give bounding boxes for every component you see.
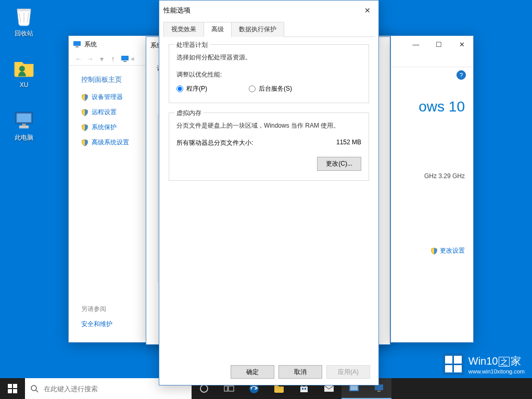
radio-background-input[interactable] bbox=[249, 85, 256, 92]
svg-point-15 bbox=[200, 385, 208, 392]
svg-rect-3 bbox=[19, 126, 29, 129]
svg-point-13 bbox=[31, 385, 36, 391]
maximize-button[interactable]: ☐ bbox=[427, 36, 450, 52]
see-also-label: 另请参阅 bbox=[81, 305, 112, 314]
change-settings-link[interactable]: 更改设置 bbox=[430, 246, 465, 255]
svg-rect-6 bbox=[75, 46, 79, 47]
svg-rect-4 bbox=[22, 123, 26, 126]
svg-rect-19 bbox=[300, 386, 308, 392]
shield-icon bbox=[81, 124, 88, 131]
desktop-icon-user-folder[interactable]: XU bbox=[5, 56, 43, 89]
watermark-brand-text: Win10 bbox=[468, 355, 498, 367]
desktop-icon-this-pc[interactable]: 此电脑 bbox=[5, 108, 43, 142]
dialog-title: 性能选项 bbox=[163, 6, 358, 15]
security-maintenance-link[interactable]: 安全和维护 bbox=[81, 320, 112, 329]
svg-rect-16 bbox=[224, 386, 227, 391]
shield-icon bbox=[81, 109, 88, 116]
search-icon bbox=[30, 384, 39, 393]
mail-icon bbox=[324, 384, 334, 393]
up-button[interactable]: ↑ bbox=[107, 55, 119, 63]
link-label: 更改设置 bbox=[440, 246, 465, 255]
link-label: 远程设置 bbox=[92, 108, 117, 117]
search-input[interactable] bbox=[44, 385, 186, 393]
svg-line-14 bbox=[36, 390, 38, 392]
titlebar: — ☐ ✕ bbox=[391, 36, 473, 53]
svg-rect-8 bbox=[123, 61, 126, 62]
forward-button[interactable]: → bbox=[84, 55, 96, 63]
search-strip bbox=[391, 53, 473, 67]
radio-programs-input[interactable] bbox=[176, 85, 183, 92]
group-legend: 处理器计划 bbox=[174, 41, 210, 49]
watermark: Win10之家 www.win10xitong.com bbox=[442, 353, 525, 375]
link-label: 设备管理器 bbox=[92, 93, 123, 102]
desktop-icon-label: XU bbox=[5, 81, 43, 89]
watermark-brand: Win10之家 bbox=[468, 354, 525, 368]
svg-point-0 bbox=[19, 66, 25, 71]
svg-rect-22 bbox=[305, 388, 306, 390]
svg-rect-2 bbox=[17, 114, 31, 122]
radio-label: 程序(P) bbox=[186, 84, 207, 93]
task-view-icon bbox=[224, 384, 234, 393]
tab-strip: 视觉效果 高级 数据执行保护 bbox=[163, 21, 374, 37]
processor-scheduling-group: 处理器计划 选择如何分配处理器资源。 调整以优化性能: 程序(P) 后台服务(S… bbox=[169, 44, 369, 103]
start-button[interactable] bbox=[0, 378, 25, 399]
radio-programs[interactable]: 程序(P) bbox=[176, 84, 207, 93]
windows-brand-text: ows 10 bbox=[391, 98, 465, 115]
svg-rect-9 bbox=[8, 384, 12, 388]
titlebar[interactable]: 性能选项 ✕ bbox=[159, 1, 378, 20]
group-description: 分页文件是硬盘上的一块区域，Windows 当作 RAM 使用。 bbox=[176, 121, 361, 130]
svg-rect-27 bbox=[377, 391, 381, 392]
chevron-right-icon: « bbox=[131, 55, 135, 63]
link-label: 系统保护 bbox=[92, 123, 117, 132]
tab-advanced[interactable]: 高级 bbox=[204, 22, 232, 37]
group-description: 选择如何分配处理器资源。 bbox=[176, 53, 361, 62]
tab-pane-advanced: 处理器计划 选择如何分配处理器资源。 调整以优化性能: 程序(P) 后台服务(S… bbox=[159, 37, 378, 197]
desktop-icon-label: 此电脑 bbox=[5, 133, 43, 142]
svg-rect-10 bbox=[13, 384, 17, 388]
dialog-button-row: 确定 取消 应用(A) bbox=[231, 365, 370, 379]
dropdown-history[interactable]: ▾ bbox=[96, 55, 107, 63]
change-button[interactable]: 更改(C)... bbox=[317, 157, 361, 171]
page-file-total-label: 所有驱动器总分页文件大小: bbox=[176, 139, 253, 147]
shield-icon bbox=[81, 94, 88, 101]
ok-button[interactable]: 确定 bbox=[231, 365, 274, 379]
link-label: 高级系统设置 bbox=[92, 138, 129, 147]
page-file-total-value: 1152 MB bbox=[336, 139, 361, 147]
see-also-section: 另请参阅 安全和维护 bbox=[81, 305, 112, 329]
minimize-button[interactable]: — bbox=[404, 36, 427, 52]
desktop-icon-recycle-bin[interactable]: 回收站 bbox=[5, 4, 43, 38]
svg-rect-17 bbox=[229, 386, 234, 391]
svg-rect-21 bbox=[302, 388, 303, 390]
svg-rect-12 bbox=[13, 389, 17, 393]
monitor-icon bbox=[121, 55, 129, 63]
apply-button[interactable]: 应用(A) bbox=[326, 365, 370, 379]
tab-dep[interactable]: 数据执行保护 bbox=[231, 22, 284, 37]
monitor-icon bbox=[73, 40, 81, 48]
desktop-icon-label: 回收站 bbox=[5, 29, 43, 38]
performance-options-dialog: 性能选项 ✕ 视觉效果 高级 数据执行保护 处理器计划 选择如何分配处理器资源。… bbox=[159, 0, 379, 385]
recycle-bin-icon bbox=[12, 4, 35, 27]
svg-rect-25 bbox=[350, 385, 358, 390]
folder-icon bbox=[12, 56, 35, 79]
adjust-label: 调整以优化性能: bbox=[176, 70, 361, 79]
cpu-ghz-text: GHz 3.29 GHz bbox=[391, 172, 465, 180]
windows-logo-icon bbox=[8, 384, 17, 393]
shield-icon bbox=[81, 139, 88, 146]
cancel-button[interactable]: 取消 bbox=[278, 365, 322, 379]
watermark-url: www.win10xitong.com bbox=[468, 368, 525, 375]
close-button[interactable]: ✕ bbox=[450, 36, 473, 52]
windows-logo-icon bbox=[442, 353, 464, 375]
back-button[interactable]: ← bbox=[73, 55, 84, 63]
group-legend: 虚拟内存 bbox=[174, 109, 204, 118]
watermark-suffix: 家 bbox=[511, 355, 521, 367]
radio-background[interactable]: 后台服务(S) bbox=[249, 84, 292, 93]
close-button[interactable]: ✕ bbox=[358, 3, 377, 18]
shield-icon bbox=[430, 247, 438, 255]
radio-label: 后台服务(S) bbox=[259, 84, 292, 93]
system-info-panel: — ☐ ✕ ? ows 10 GHz 3.29 GHz 更改设置 bbox=[390, 35, 474, 343]
tab-visual-effects[interactable]: 视觉效果 bbox=[163, 22, 204, 37]
help-button[interactable]: ? bbox=[457, 70, 466, 80]
svg-rect-11 bbox=[8, 389, 12, 393]
svg-rect-5 bbox=[73, 41, 81, 46]
svg-rect-7 bbox=[121, 56, 129, 60]
